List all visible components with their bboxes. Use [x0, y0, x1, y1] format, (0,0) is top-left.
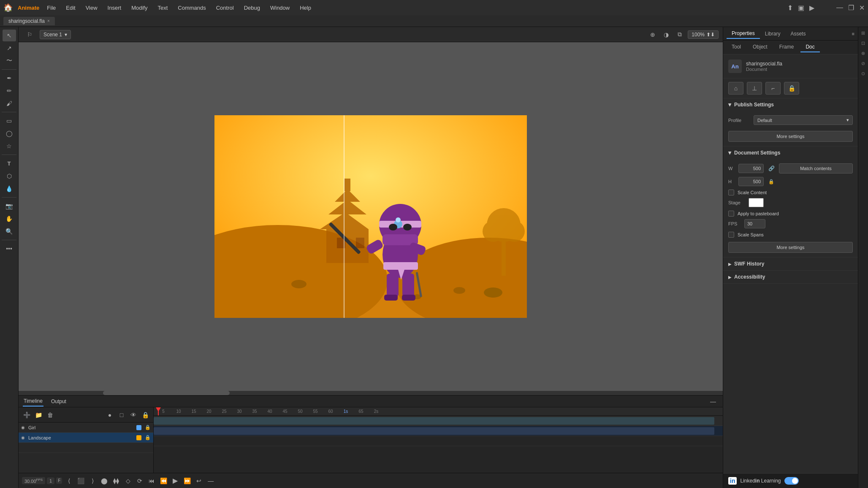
layer-lock-all[interactable]: 🔒 [141, 410, 150, 420]
stage-canvas[interactable] [214, 115, 527, 318]
menu-insert[interactable]: Insert [105, 3, 124, 13]
transform-tool-btn[interactable]: ⌐ [765, 82, 781, 95]
tab-assets[interactable]: Assets [785, 29, 811, 38]
play-pause-btn[interactable]: ▶ [170, 476, 180, 486]
scale-content-checkbox[interactable] [728, 190, 734, 195]
linkedin-toggle[interactable] [784, 477, 799, 485]
insert-keyframe-btn[interactable]: ◇ [123, 476, 133, 486]
menu-window[interactable]: Window [268, 3, 292, 13]
lasso-tool[interactable]: 〜 [3, 55, 16, 67]
fps-setting-input[interactable] [744, 219, 765, 228]
rectangle-tool[interactable]: ▭ [3, 115, 16, 127]
brush-tool[interactable]: 🖌 [3, 98, 16, 109]
tab-tool[interactable]: Tool [727, 42, 746, 52]
menu-view[interactable]: View [83, 3, 100, 13]
zoom-control[interactable]: 100% ⬆⬇ [688, 30, 719, 39]
pen-tool[interactable]: ✒ [3, 72, 16, 84]
tab-doc[interactable]: Doc [800, 42, 819, 52]
publish-settings-header[interactable]: ▶ Publish Settings [723, 98, 858, 111]
height-input[interactable] [738, 177, 764, 186]
menu-edit[interactable]: Edit [63, 3, 78, 13]
edit-scene-icon[interactable]: ⚐ [23, 29, 36, 41]
menu-commands[interactable]: Commands [175, 3, 208, 13]
layer-row-landscape[interactable]: ◉ Landscape 🔒 [19, 433, 153, 443]
lock-tool-btn[interactable]: 🔒 [784, 82, 799, 95]
delete-layer-btn[interactable]: 🗑 [46, 410, 55, 420]
toolbar-icon-play[interactable]: ▶ [809, 4, 814, 12]
layer-camera-all[interactable]: 👁 [129, 410, 138, 420]
sync-btn[interactable]: ⟳ [135, 476, 145, 486]
menu-modify[interactable]: Modify [129, 3, 150, 13]
eyedropper-tool[interactable]: 💧 [3, 183, 16, 195]
file-tab-close[interactable]: × [47, 19, 50, 23]
ripple-btn[interactable]: ⧫⧫ [111, 476, 121, 486]
strip-btn-3[interactable]: ⊗ [859, 49, 868, 57]
win-minimize[interactable]: — [836, 4, 843, 11]
loop-btn[interactable]: ⬤ [99, 476, 109, 486]
menu-text[interactable]: Text [155, 3, 170, 13]
scene-selector[interactable]: Scene 1 ▾ [40, 30, 71, 39]
home-icon[interactable]: 🏠 [3, 3, 13, 12]
play-next-keyframe[interactable]: ⟩ [87, 476, 98, 486]
text-tool[interactable]: T [3, 157, 16, 169]
play-stop-btn[interactable]: ⬛ [76, 476, 86, 486]
timeline-collapse-btn[interactable]: — [708, 396, 719, 407]
polystar-tool[interactable]: ☆ [3, 140, 16, 152]
strip-btn-2[interactable]: ⊡ [859, 39, 868, 47]
onion-skin-icon[interactable]: ◑ [661, 29, 672, 40]
accessibility-header[interactable]: ▶ Accessibility [723, 271, 858, 283]
rewind-btn[interactable]: ⏮ [146, 476, 157, 486]
more-controls[interactable]: — [206, 476, 216, 486]
doc-more-settings-btn[interactable]: More settings [728, 242, 853, 253]
menu-control[interactable]: Control [214, 3, 236, 13]
undo-btn[interactable]: ↩ [194, 476, 204, 486]
select-tool[interactable]: ↖ [3, 30, 16, 41]
swf-history-header[interactable]: ▶ SWF History [723, 258, 858, 270]
subselect-tool[interactable]: ↗ [3, 42, 16, 54]
timeline-tab-timeline[interactable]: Timeline [23, 396, 43, 407]
hand-tool[interactable]: ✋ [3, 213, 16, 225]
win-maximize[interactable]: ❐ [848, 4, 854, 12]
add-layer-btn[interactable]: ➕ [22, 410, 31, 420]
center-icon[interactable]: ⊕ [647, 29, 658, 40]
add-folder-btn[interactable]: 📁 [34, 410, 43, 420]
camera-tool[interactable]: 📷 [3, 200, 16, 212]
menu-help[interactable]: Help [297, 3, 314, 13]
stage-color-swatch[interactable] [749, 198, 764, 207]
file-tab[interactable]: sharingsocial.fla × [3, 17, 55, 25]
dimension-lock[interactable]: 🔗 [767, 165, 776, 171]
toolbar-icon-layout[interactable]: ▣ [798, 4, 804, 12]
menu-file[interactable]: File [44, 3, 58, 13]
play-prev-keyframe[interactable]: ⟨ [64, 476, 74, 486]
more-tools[interactable]: ••• [3, 243, 16, 255]
canvas-scrollbar-h[interactable] [19, 391, 723, 395]
strip-btn-5[interactable]: ⊙ [859, 69, 868, 78]
step-back-btn[interactable]: ⏪ [158, 476, 168, 486]
win-close[interactable]: ✕ [859, 4, 865, 12]
menu-debug[interactable]: Debug [241, 3, 263, 13]
oval-tool[interactable]: ◯ [3, 127, 16, 139]
profile-select[interactable]: Default ▾ [754, 115, 853, 125]
strip-btn-4[interactable]: ⊘ [859, 59, 868, 68]
timeline-tab-output[interactable]: Output [50, 397, 67, 406]
apply-pasteboard-checkbox[interactable] [728, 211, 734, 217]
document-settings-header[interactable]: ▶ Document Settings [723, 146, 858, 159]
panel-expand-btn[interactable]: ≡ [852, 31, 854, 36]
clip-icon[interactable]: ⧉ [674, 29, 685, 40]
width-input[interactable] [738, 164, 764, 173]
paint-bucket-tool[interactable]: ⬡ [3, 170, 16, 182]
tab-object[interactable]: Object [748, 42, 773, 52]
scale-spans-checkbox[interactable] [728, 232, 734, 238]
toolbar-icon-export[interactable]: ⬆ [787, 4, 793, 12]
tab-frame[interactable]: Frame [774, 42, 799, 52]
publish-more-settings-btn[interactable]: More settings [728, 131, 853, 142]
pencil-tool[interactable]: ✏ [3, 85, 16, 97]
align-tool-btn[interactable]: ⊥ [747, 82, 762, 95]
step-forward-btn[interactable]: ⏩ [182, 476, 192, 486]
zoom-tool[interactable]: 🔍 [3, 225, 16, 237]
tab-properties[interactable]: Properties [727, 29, 760, 39]
layer-lock-landscape[interactable]: 🔒 [145, 435, 151, 440]
strip-btn-1[interactable]: ⊞ [859, 29, 868, 37]
layer-row-girl[interactable]: ◉ Girl 🔒 [19, 423, 153, 433]
snap-tool-btn[interactable]: ⌂ [728, 82, 743, 95]
